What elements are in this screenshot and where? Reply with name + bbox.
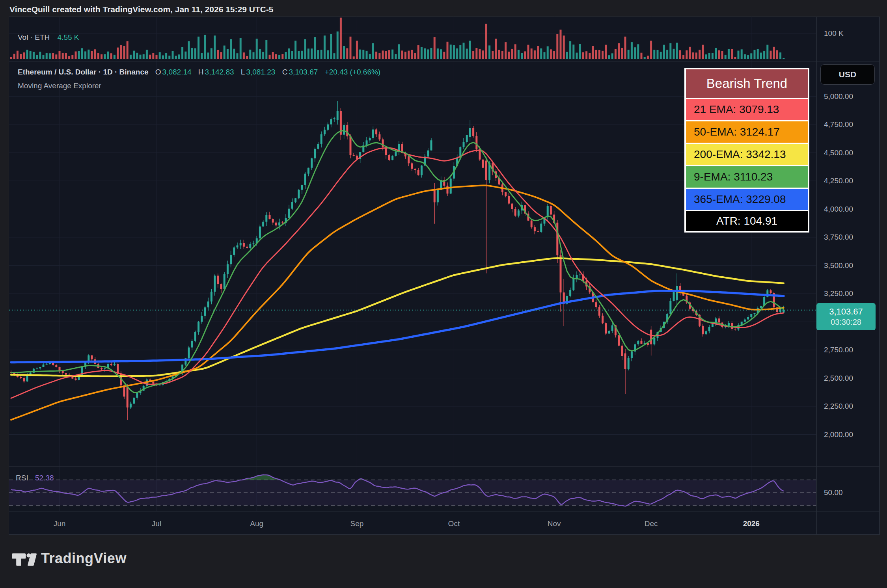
close-label: C [282,68,288,76]
volume-label: Vol · ETH [18,33,50,41]
time-axis-label: Oct [438,519,470,528]
high-value: 3,142.83 [205,68,234,76]
time-axis-label: Nov [539,519,570,528]
time-axis-label: Dec [635,519,667,528]
open-label: O [155,68,161,76]
volume-value: 4.55 K [58,33,79,41]
price-axis-label: 3,500.00 [824,261,853,270]
price-axis-label: 5,000.00 [824,92,853,101]
ema-legend-row: 50-EMA: 3124.17 [686,121,808,143]
time-axis-label: 2026 [736,519,767,528]
low-label: L [241,68,245,76]
ema-legend-row: 9-EMA: 3110.23 [686,166,808,188]
currency-toggle-button[interactable]: USD [820,64,875,85]
time-axis-label: Sep [341,519,373,528]
tradingview-wordmark[interactable]: TradingView [41,550,127,567]
open-value: 3,082.14 [162,68,192,76]
bar-countdown: 03:30:28 [831,317,861,327]
rsi-axis-label: 50.00 [824,488,843,497]
ema-legend-row: 365-EMA: 3229.08 [686,189,808,210]
price-axis-label: 2,750.00 [824,345,853,355]
symbol-header: Ethereum / U.S. Dollar · 1D · Binance O3… [18,68,380,76]
ema-legend-rows: 21 EMA: 3079.1350-EMA: 3124.17200-EMA: 3… [686,99,808,210]
symbol-name: Ethereum / U.S. Dollar · 1D · Binance [18,68,149,76]
price-axis-label: 3,250.00 [824,289,853,298]
rsi-legend: RSI 52.38 [16,474,54,482]
price-axis-label: 2,500.00 [824,374,853,383]
high-label: H [198,68,204,76]
change-value: +20.43 (+0.66%) [325,68,381,76]
price-axis-label: 4,250.00 [824,176,853,186]
price-axis-label: 3,750.00 [824,233,853,242]
rsi-label: RSI [16,474,28,482]
volume-axis-label: 100 K [824,29,844,38]
trend-status-badge: Bearish Trend [686,69,808,98]
ema-legend-row: 200-EMA: 3342.13 [686,144,808,165]
tradingview-logo-icon[interactable] [12,549,37,571]
trend-legend-box: Bearish Trend 21 EMA: 3079.1350-EMA: 312… [684,68,809,233]
atr-value: ATR: 104.91 [686,211,808,231]
price-axis-label: 4,750.00 [824,120,853,129]
indicator-subtitle: Moving Average Explorer [18,82,101,90]
price-axis-label: 4,000.00 [824,205,853,214]
price-axis-label: 4,500.00 [824,148,853,158]
close-value: 3,103.67 [289,68,318,76]
price-axis-label: 2,000.00 [824,430,853,439]
price-axis-label: 2,250.00 [824,402,853,411]
time-axis-label: Aug [241,519,272,528]
current-price-tag: 3,103.67 03:30:28 [816,303,876,330]
ema-legend-row: 21 EMA: 3079.13 [686,99,808,120]
time-axis-label: Jul [141,519,172,528]
time-axis-label: Jun [44,519,75,528]
tradingview-screenshot: VinceQuill created with TradingView.com,… [0,0,887,588]
low-value: 3,081.23 [246,68,275,76]
current-price-value: 3,103.67 [829,306,863,317]
volume-legend: Vol · ETH 4.55 K [18,33,79,42]
rsi-value: 52.38 [35,474,54,482]
